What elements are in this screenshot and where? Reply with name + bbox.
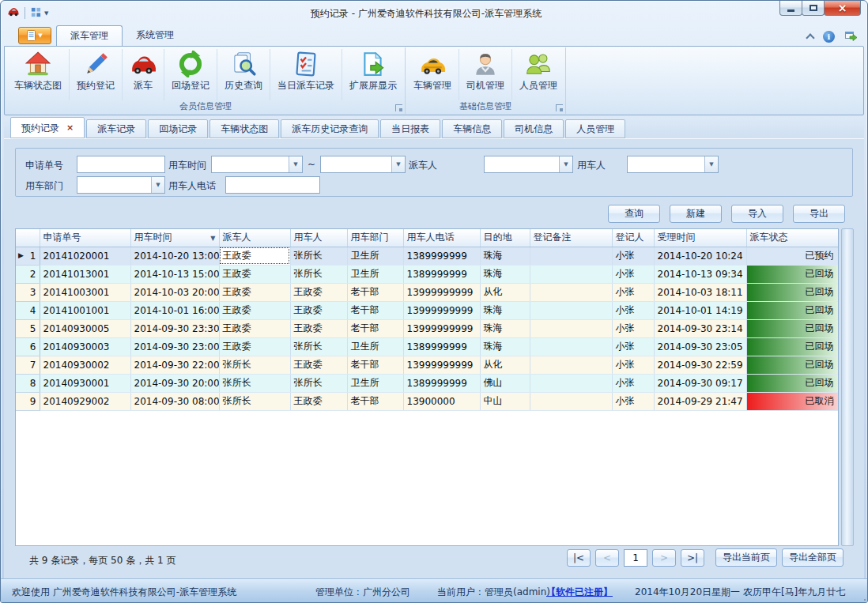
ribbon-button-reserve-register[interactable]: 预约登记 xyxy=(70,49,123,100)
grid-cell-phone[interactable]: 13999999999 xyxy=(403,301,480,319)
row-indicator[interactable]: ▶1 xyxy=(16,247,40,265)
close-tab-icon[interactable]: × xyxy=(66,123,74,132)
grid-cell-dest[interactable]: 佛山 xyxy=(480,374,530,392)
column-header-user[interactable]: 用车人 xyxy=(290,229,347,247)
grid-cell-dept[interactable]: 老干部 xyxy=(347,283,403,301)
column-header-status[interactable]: 派车状态 xyxy=(746,229,838,247)
grid-cell-dept[interactable]: 老干部 xyxy=(347,392,403,410)
grid-cell-use_time[interactable]: 2014-10-13 15:00 xyxy=(130,265,219,283)
grid-cell-user[interactable]: 王政委 xyxy=(290,283,347,301)
ribbon-button-daily-dispatch-record[interactable]: 当日派车记录 xyxy=(270,49,342,100)
doc-tab-dispatch-record[interactable]: 派车记录 xyxy=(86,119,146,138)
grid-cell-dispatcher[interactable]: 张所长 xyxy=(219,356,290,374)
grid-cell-remark[interactable] xyxy=(530,283,612,301)
ribbon-tab-dispatch-mgmt[interactable]: 派车管理 xyxy=(56,25,123,46)
grid-cell-accept_time[interactable]: 2014-09-30 23:14 xyxy=(654,319,746,337)
doc-tab-person-mgmt[interactable]: 人员管理 xyxy=(565,119,625,138)
grid-cell-phone[interactable]: 13999999999 xyxy=(403,356,480,374)
resize-grip[interactable] xyxy=(861,596,862,597)
grid-cell-accept_time[interactable]: 2014-10-13 09:34 xyxy=(654,265,746,283)
grid-cell-dept[interactable]: 老干部 xyxy=(347,301,403,319)
column-header-accept_time[interactable]: 受理时间 xyxy=(654,229,746,247)
grid-cell-dest[interactable]: 珠海 xyxy=(480,337,530,356)
grid-cell-phone[interactable]: 1389999999 xyxy=(403,374,480,392)
grid-cell-accept_time[interactable]: 2014-10-01 14:19 xyxy=(654,301,746,319)
grid-cell-order_no[interactable]: 20141020001 xyxy=(40,247,130,265)
grid-cell-phone[interactable]: 13999999999 xyxy=(403,319,480,337)
grid-cell-remark[interactable] xyxy=(530,265,612,283)
grid-cell-dest[interactable]: 珠海 xyxy=(480,301,530,319)
grid-cell-dispatcher[interactable]: 张所长 xyxy=(219,392,290,410)
ribbon-tab-system-mgmt[interactable]: 系统管理 xyxy=(123,25,187,46)
grid-cell-use_time[interactable]: 2014-09-30 23:30 xyxy=(130,319,219,337)
grid-cell-user[interactable]: 王政委 xyxy=(290,319,347,337)
chevron-down-icon[interactable]: ▼ xyxy=(391,156,405,172)
grid-cell-dispatcher[interactable]: 王政委 xyxy=(219,265,290,283)
ribbon-button-person-mgmt[interactable]: 人员管理 xyxy=(512,49,564,100)
sort-desc-icon[interactable]: ▼ xyxy=(210,235,215,242)
grid-cell-user[interactable]: 张所长 xyxy=(290,374,347,392)
grid-cell-dest[interactable]: 从化 xyxy=(480,283,530,301)
grid-cell-remark[interactable] xyxy=(530,337,612,356)
grid-cell-user[interactable]: 王政委 xyxy=(290,301,347,319)
grid-cell-order_no[interactable]: 20141013001 xyxy=(40,265,130,283)
doc-tab-dispatch-history[interactable]: 派车历史记录查询 xyxy=(281,119,379,138)
grid-cell-dest[interactable]: 从化 xyxy=(480,356,530,374)
grid-cell-remark[interactable] xyxy=(530,247,612,265)
grid-cell-use_time[interactable]: 2014-09-30 22:00 xyxy=(130,356,219,374)
grid-cell-accept_time[interactable]: 2014-10-20 10:24 xyxy=(654,247,746,265)
grid-cell-remark[interactable] xyxy=(530,356,612,374)
grid-cell-status[interactable]: 已回场 xyxy=(746,283,838,301)
export-all-pages-button[interactable]: 导出全部页 xyxy=(782,548,843,567)
doc-tab-vehicle-info[interactable]: 车辆信息 xyxy=(442,119,502,138)
chevron-down-icon[interactable]: ▼ xyxy=(559,156,572,172)
grid-cell-dest[interactable]: 珠海 xyxy=(480,319,530,337)
window-layout-icon[interactable] xyxy=(30,6,42,21)
grid-cell-dept[interactable]: 老干部 xyxy=(347,356,403,374)
grid-cell-registrar[interactable]: 小张 xyxy=(612,319,654,337)
grid-cell-dispatcher[interactable]: 王政委 xyxy=(219,247,290,265)
ribbon-button-history-query[interactable]: 历史查询 xyxy=(217,49,270,100)
grid-cell-phone[interactable]: 13999999999 xyxy=(403,283,480,301)
grid-cell-registrar[interactable]: 小张 xyxy=(612,374,654,392)
switch-window-icon[interactable] xyxy=(844,29,858,44)
grid-cell-status[interactable]: 已回场 xyxy=(746,319,838,337)
grid-cell-status[interactable]: 已回场 xyxy=(746,374,838,392)
grid-cell-accept_time[interactable]: 2014-09-30 23:05 xyxy=(654,337,746,356)
query-button[interactable]: 查询 xyxy=(608,205,660,223)
grid-cell-dispatcher[interactable]: 王政委 xyxy=(219,319,290,337)
column-header-order_no[interactable]: 申请单号 xyxy=(40,229,130,247)
export-button[interactable]: 导出 xyxy=(793,205,845,223)
export-current-page-button[interactable]: 导出当前页 xyxy=(715,548,777,567)
grid-cell-dest[interactable]: 珠海 xyxy=(480,247,530,265)
grid-cell-user[interactable]: 张所长 xyxy=(290,247,347,265)
column-header-use_time[interactable]: 用车时间▼ xyxy=(130,229,219,247)
grid-cell-registrar[interactable]: 小张 xyxy=(612,283,654,301)
grid-cell-status[interactable]: 已预约 xyxy=(746,247,838,265)
ribbon-button-vehicle-mgmt[interactable]: 车辆管理 xyxy=(406,49,459,100)
page-number-input[interactable] xyxy=(624,549,647,567)
chevron-down-icon[interactable]: ▼ xyxy=(289,156,302,172)
collapse-ribbon-icon[interactable] xyxy=(806,33,814,42)
column-header-remark[interactable]: 登记备注 xyxy=(530,229,612,247)
column-header-registrar[interactable]: 登记人 xyxy=(612,229,654,247)
row-indicator[interactable]: 4 xyxy=(16,301,40,319)
grid-cell-registrar[interactable]: 小张 xyxy=(612,356,654,374)
grid-cell-phone[interactable]: 1389999999 xyxy=(403,247,480,265)
grid-cell-remark[interactable] xyxy=(530,319,612,337)
grid-cell-dept[interactable]: 卫生所 xyxy=(347,265,403,283)
dept-combo[interactable]: ▼ xyxy=(77,176,165,194)
doc-tab-vehicle-status[interactable]: 车辆状态图 xyxy=(209,119,279,138)
grid-vertical-scrollbar[interactable] xyxy=(841,228,854,546)
ribbon-button-driver-mgmt[interactable]: 司机管理 xyxy=(459,49,512,100)
doc-tab-driver-info[interactable]: 司机信息 xyxy=(504,119,564,138)
grid-cell-dept[interactable]: 卫生所 xyxy=(347,247,403,265)
grid-cell-use_time[interactable]: 2014-10-20 13:00 xyxy=(130,247,219,265)
software-registered-link[interactable]: 【软件已注册】 xyxy=(546,586,613,599)
grid-cell-remark[interactable] xyxy=(530,374,612,392)
use-time-to-combo[interactable]: ▼ xyxy=(320,156,406,173)
grid-cell-order_no[interactable]: 20141001001 xyxy=(40,301,130,319)
grid-cell-order_no[interactable]: 20140929002 xyxy=(40,392,130,410)
user-combo[interactable]: ▼ xyxy=(627,156,719,173)
prev-page-button[interactable]: < xyxy=(595,549,619,567)
